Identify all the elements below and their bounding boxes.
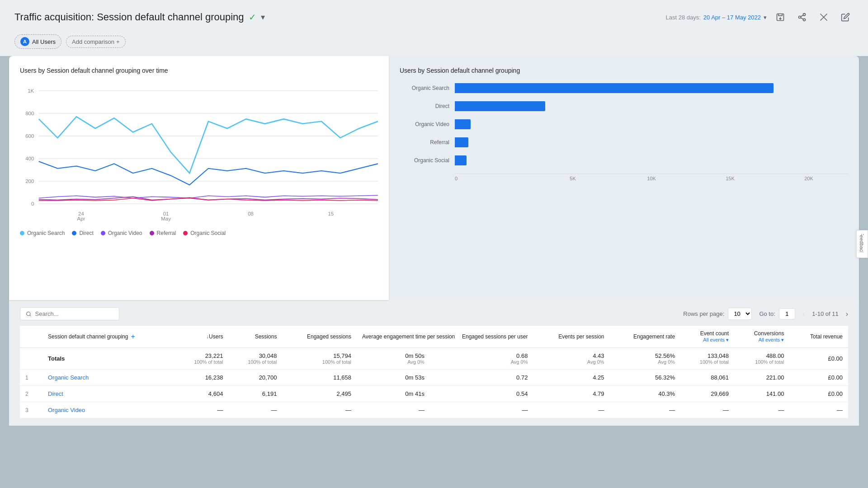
main-content: Users by Session default channel groupin…: [0, 56, 868, 435]
table-toolbar: Rows per page: 10 25 50 Go to: ‹ 1-10 of…: [20, 307, 848, 320]
page-title: Traffic acquisition: Session default cha…: [14, 11, 244, 23]
header-right: Last 28 days: 20 Apr – 17 May 2022 ▾: [665, 9, 854, 25]
add-comparison-button[interactable]: Add comparison +: [66, 36, 126, 48]
axis-label-0: 0: [455, 176, 533, 181]
svg-text:0: 0: [31, 201, 34, 206]
bar-fill-organic-social: [455, 155, 467, 165]
svg-point-22: [27, 312, 30, 315]
legend-organic-search: Organic Search: [20, 230, 65, 236]
title-dropdown-icon[interactable]: ▾: [261, 12, 265, 22]
edit-button[interactable]: [837, 9, 854, 25]
svg-point-3: [803, 19, 806, 21]
row-1-channel[interactable]: Organic Search: [42, 370, 175, 386]
svg-text:08: 08: [248, 211, 254, 216]
bar-track-referral: [455, 137, 848, 147]
row-3-sessions: —: [228, 402, 282, 418]
axis-label-10k: 10K: [612, 176, 691, 181]
bar-row-referral: Referral: [400, 137, 848, 147]
row-1-engaged-per-user: 0.72: [430, 370, 533, 386]
share-button[interactable]: [794, 9, 810, 25]
date-range-label: Last 28 days:: [665, 14, 700, 21]
row-2-engaged: 2,495: [282, 386, 357, 402]
col-header-engagement-rate: Engagement rate: [610, 326, 681, 348]
all-users-button[interactable]: A All Users: [14, 34, 61, 49]
table-row: 1 Organic Search 16,238 20,700 11,658 0m…: [20, 370, 848, 386]
row-1-engaged: 11,658: [282, 370, 357, 386]
search-box[interactable]: [20, 307, 119, 320]
table-row: 2 Direct 4,604 6,191 2,495 0m 41s 0.54 4…: [20, 386, 848, 402]
svg-text:1K: 1K: [28, 88, 34, 94]
row-1-num: 1: [20, 370, 42, 386]
avatar: A: [20, 37, 29, 46]
pagination-next[interactable]: ›: [846, 310, 848, 318]
svg-point-1: [803, 14, 806, 16]
data-table: Session default channel grouping + ↓User…: [20, 326, 848, 418]
bar-label-referral: Referral: [400, 139, 449, 145]
col-header-events-per-session: Events per session: [533, 326, 609, 348]
legend-organic-video: Organic Video: [101, 230, 142, 236]
row-3-avg: —: [357, 402, 430, 418]
table-row: 3 Organic Video — — — — — — — — — —: [20, 402, 848, 418]
col-header-avg-engagement: Average engagement time per session: [357, 326, 430, 348]
goto-input[interactable]: [779, 308, 795, 319]
feedback-button[interactable]: Feedback: [856, 230, 868, 258]
row-2-channel[interactable]: Direct: [42, 386, 175, 402]
add-column-icon[interactable]: +: [131, 333, 135, 341]
event-count-filter[interactable]: All events ▾: [703, 337, 729, 343]
line-chart-svg: 1K 800 600 400 200 0 24 Apr 01: [20, 81, 378, 223]
row-3-engaged-per-user: —: [430, 402, 533, 418]
add-comparison-label: Add comparison: [72, 38, 114, 45]
row-3-conversions: —: [734, 402, 789, 418]
rows-per-page-select[interactable]: 10 25 50: [728, 308, 752, 320]
pagination-prev[interactable]: ‹: [802, 310, 805, 318]
date-dropdown-icon[interactable]: ▾: [764, 14, 767, 21]
row-3-events-per-session: —: [533, 402, 609, 418]
table-header-row: Session default channel grouping + ↓User…: [20, 326, 848, 348]
row-3-channel[interactable]: Organic Video: [42, 402, 175, 418]
row-3-num: 3: [20, 402, 42, 418]
totals-event-count: 133,048 100% of total: [680, 348, 734, 370]
col-header-event-count: Event count All events ▾: [680, 326, 734, 348]
totals-avg: 0m 50s Avg 0%: [357, 348, 430, 370]
compare-button[interactable]: [816, 9, 832, 25]
bar-track-organic-search: [455, 83, 848, 93]
bar-row-organic-social: Organic Social: [400, 155, 848, 165]
row-1-event-count: 88,061: [680, 370, 734, 386]
svg-text:24: 24: [78, 211, 84, 216]
legend-label-organic-search: Organic Search: [27, 230, 65, 236]
svg-text:Apr: Apr: [77, 216, 85, 221]
date-range-value[interactable]: 20 Apr – 17 May 2022: [703, 14, 761, 21]
col-header-users[interactable]: ↓Users: [175, 326, 228, 348]
header-left: Traffic acquisition: Session default cha…: [14, 11, 265, 23]
table-section: Rows per page: 10 25 50 Go to: ‹ 1-10 of…: [9, 300, 859, 426]
row-2-avg: 0m 41s: [357, 386, 430, 402]
legend-label-organic-social: Organic Social: [190, 230, 226, 236]
row-1-avg: 0m 53s: [357, 370, 430, 386]
add-comparison-icon: +: [116, 38, 120, 45]
save-button[interactable]: [772, 9, 788, 25]
bar-row-organic-video: Organic Video: [400, 119, 848, 129]
row-1-users: 16,238: [175, 370, 228, 386]
bar-chart-container: Organic Search Direct Organic Video: [400, 83, 848, 181]
legend-label-organic-video: Organic Video: [108, 230, 142, 236]
rows-per-page-control: Rows per page: 10 25 50: [683, 308, 752, 320]
totals-revenue: £0.00: [789, 348, 848, 370]
row-1-engagement-rate: 56.32%: [610, 370, 681, 386]
row-1-conversions: 221.00: [734, 370, 789, 386]
date-range: Last 28 days: 20 Apr – 17 May 2022 ▾: [665, 14, 767, 21]
bar-chart-title: Users by Session default channel groupin…: [400, 67, 848, 74]
bar-row-direct: Direct: [400, 101, 848, 111]
svg-point-2: [799, 16, 801, 19]
row-2-events-per-session: 4.79: [533, 386, 609, 402]
bar-fill-direct: [455, 101, 545, 111]
search-input[interactable]: [35, 310, 113, 317]
search-icon: [26, 311, 32, 317]
subheader: A All Users Add comparison +: [0, 33, 868, 56]
col-header-channel: Session default channel grouping +: [42, 326, 175, 348]
check-icon: ✓: [249, 12, 256, 23]
legend-label-direct: Direct: [79, 230, 93, 236]
all-users-label: All Users: [32, 38, 56, 45]
conversions-filter[interactable]: All events ▾: [759, 337, 784, 343]
totals-engaged: 15,794 100% of total: [282, 348, 357, 370]
svg-text:200: 200: [25, 178, 34, 184]
